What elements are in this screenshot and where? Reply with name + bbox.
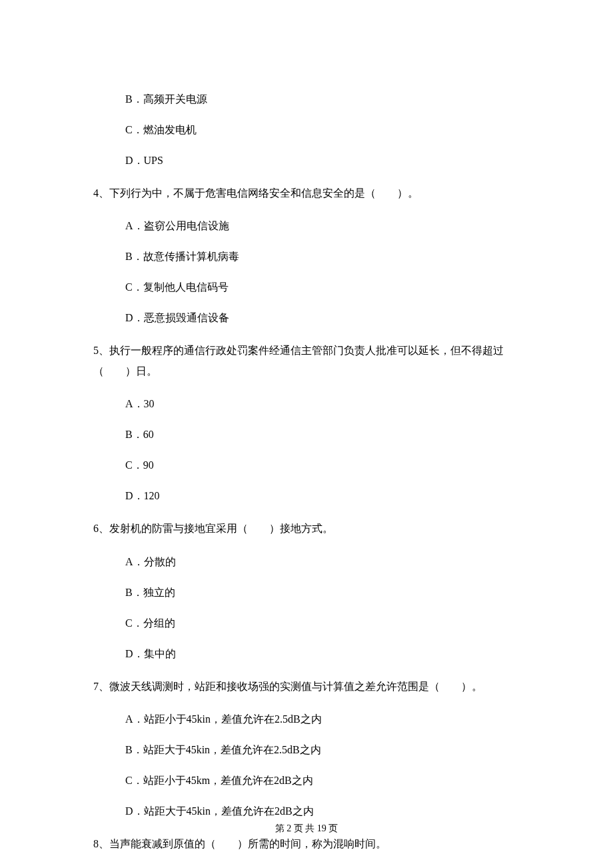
q4-option-a: A．盗窃公用电信设施 [125,218,520,234]
q5-option-b: B．60 [125,427,520,443]
question-6: 6、发射机的防雷与接地宜采用（ ）接地方式。 [93,519,520,539]
q4-option-d: D．恶意损毁通信设备 [125,310,520,326]
q7-option-b: B．站距大于45kin，差值允许在2.5dB之内 [125,742,520,758]
q7-option-c: C．站距小于45km，差值允许在2dB之内 [125,773,520,789]
q7-option-a: A．站距小于45kin，差值允许在2.5dB之内 [125,711,520,727]
q4-option-b: B．故意传播计算机病毒 [125,249,520,265]
q4-option-c: C．复制他人电信码号 [125,279,520,295]
q5-option-a: A．30 [125,396,520,412]
q6-option-d: D．集中的 [125,646,520,662]
question-4: 4、下列行为中，不属于危害电信网络安全和信息安全的是（ ）。 [93,183,520,203]
question-5: 5、执行一般程序的通信行政处罚案件经通信主管部门负责人批准可以延长，但不得超过（… [93,341,520,381]
option-pre-b: B．高频开关电源 [125,91,520,107]
q6-option-c: C．分组的 [125,615,520,631]
question-8: 8、当声能衰减到原值的（ ）所需的时间，称为混响时间。 [93,834,520,854]
page-footer: 第 2 页 共 19 页 [0,823,613,835]
option-pre-c: C．燃油发电机 [125,122,520,138]
q5-option-d: D．120 [125,488,520,504]
q5-option-c: C．90 [125,457,520,473]
question-7: 7、微波天线调测时，站距和接收场强的实测值与计算值之差允许范围是（ ）。 [93,677,520,697]
q6-option-b: B．独立的 [125,585,520,601]
page-content: B．高频开关电源 C．燃油发电机 D．UPS 4、下列行为中，不属于危害电信网络… [0,0,613,854]
q7-option-d: D．站距大于45kin，差值允许在2dB之内 [125,803,520,819]
q6-option-a: A．分散的 [125,554,520,570]
option-pre-d: D．UPS [125,153,520,169]
